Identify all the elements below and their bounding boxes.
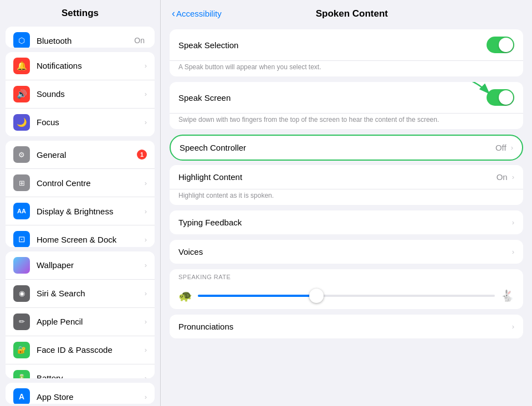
speaking-rate-slider[interactable] — [198, 295, 495, 297]
sidebar-item-focus[interactable]: 🌙 Focus › — [6, 109, 155, 137]
chevron-icon: › — [145, 179, 147, 187]
focus-label: Focus — [37, 117, 142, 127]
highlight-content-label: Highlight Content — [178, 172, 497, 182]
slider-fill — [198, 295, 316, 297]
face-id-label: Face ID & Passcode — [37, 345, 142, 354]
speak-screen-label: Speak Screen — [178, 93, 487, 102]
chevron-icon: › — [145, 393, 147, 401]
speak-selection-toggle[interactable] — [487, 37, 514, 53]
sidebar-item-bluetooth[interactable]: ⬡ Bluetooth On — [6, 27, 155, 48]
sidebar: Settings ⬡ Bluetooth On 🔔 Notifications … — [0, 0, 161, 406]
display-icon: AA — [13, 203, 30, 219]
page-title: Spoken Content — [222, 8, 482, 19]
notifications-icon: 🔔 — [13, 58, 30, 74]
sidebar-item-notifications[interactable]: 🔔 Notifications › — [6, 52, 155, 80]
pronunciations-row[interactable]: Pronunciations › — [170, 315, 523, 338]
main-panel: ‹ Accessibility Spoken Content Speak Sel… — [161, 0, 532, 406]
speech-controller-card: Speech Controller Off › — [170, 135, 523, 161]
home-screen-icon: ⊡ — [13, 231, 30, 246]
voices-label: Voices — [178, 247, 510, 256]
focus-icon: 🌙 — [13, 114, 30, 131]
speak-screen-card: Speak Screen Swipe down with two fingers… — [170, 82, 523, 129]
sidebar-section-1: 🔔 Notifications › 🔊 Sounds › 🌙 Focus › ⏱… — [6, 52, 155, 137]
display-label: Display & Brightness — [37, 207, 142, 216]
typing-feedback-card: Typing Feedback › — [170, 210, 523, 234]
battery-icon: 🔋 — [13, 370, 30, 379]
sidebar-item-face-id[interactable]: 🔐 Face ID & Passcode › — [6, 336, 155, 364]
toggle-knob — [499, 90, 513, 105]
back-button[interactable]: ‹ Accessibility — [172, 8, 222, 19]
apple-pencil-icon: ✏ — [13, 314, 30, 330]
siri-label: Siri & Search — [37, 289, 142, 298]
battery-label: Battery — [37, 373, 142, 378]
speaking-rate-slider-row: 🐢 🐇 — [170, 282, 523, 309]
speech-controller-value: Off — [495, 143, 507, 152]
sidebar-section-3: Wallpaper › ◉ Siri & Search › ✏ Apple Pe… — [6, 251, 155, 379]
chevron-icon: › — [145, 317, 147, 326]
chevron-icon: › — [512, 218, 514, 227]
sidebar-item-display[interactable]: AA Display & Brightness › — [6, 197, 155, 225]
slow-rate-icon: 🐢 — [178, 289, 192, 302]
sidebar-item-home-screen[interactable]: ⊡ Home Screen & Dock › — [6, 225, 155, 246]
highlight-content-card: Highlight Content On › Highlight content… — [170, 165, 523, 205]
chevron-icon: › — [145, 90, 147, 98]
sidebar-section-2: ⚙ General 1 ⊞ Control Centre › AA Displa… — [6, 141, 155, 246]
sidebar-section-bluetooth: ⬡ Bluetooth On — [6, 27, 155, 48]
notifications-label: Notifications — [37, 61, 142, 70]
speech-controller-row[interactable]: Speech Controller Off › — [171, 136, 522, 160]
back-label: Accessibility — [176, 9, 222, 18]
sidebar-item-app-store[interactable]: A App Store › — [6, 383, 155, 404]
highlight-content-row[interactable]: Highlight Content On › — [170, 165, 523, 189]
siri-icon: ◉ — [13, 285, 30, 302]
speak-screen-desc: Swipe down with two fingers from the top… — [170, 114, 523, 129]
main-header: ‹ Accessibility Spoken Content — [161, 0, 532, 25]
sidebar-item-apple-pencil[interactable]: ✏ Apple Pencil › — [6, 308, 155, 336]
chevron-icon: › — [145, 374, 147, 378]
chevron-icon: › — [145, 261, 147, 269]
typing-feedback-label: Typing Feedback — [178, 218, 510, 227]
general-label: General — [37, 150, 137, 160]
speak-screen-toggle[interactable] — [487, 89, 514, 106]
chevron-icon: › — [145, 346, 147, 354]
speak-screen-row: Speak Screen — [170, 82, 523, 114]
voices-card: Voices › — [170, 240, 523, 264]
sidebar-item-control-centre[interactable]: ⊞ Control Centre › — [6, 169, 155, 197]
speak-selection-row: Speak Selection — [170, 29, 523, 61]
sidebar-section-4: A App Store › — [6, 383, 155, 404]
pronunciations-card: Pronunciations › — [170, 315, 523, 338]
general-icon: ⚙ — [13, 146, 30, 163]
chevron-icon: › — [512, 248, 514, 256]
speech-controller-label: Speech Controller — [180, 143, 495, 152]
speak-selection-label: Speak Selection — [178, 40, 487, 50]
speaking-rate-label: SPEAKING RATE — [170, 269, 523, 282]
bluetooth-icon: ⬡ — [13, 32, 30, 48]
sidebar-item-general[interactable]: ⚙ General 1 — [6, 141, 155, 169]
chevron-icon: › — [512, 322, 514, 331]
wallpaper-label: Wallpaper — [37, 260, 142, 270]
app-store-label: App Store — [37, 392, 142, 402]
sidebar-item-siri[interactable]: ◉ Siri & Search › — [6, 280, 155, 308]
content-area: Speak Selection A Speak button will appe… — [161, 25, 532, 406]
sidebar-item-sounds[interactable]: 🔊 Sounds › — [6, 80, 155, 109]
voices-row[interactable]: Voices › — [170, 240, 523, 264]
app-store-icon: A — [13, 388, 30, 404]
back-chevron-icon: ‹ — [172, 8, 175, 19]
control-centre-label: Control Centre — [37, 178, 142, 188]
bluetooth-label: Bluetooth — [37, 36, 134, 45]
speak-selection-card: Speak Selection A Speak button will appe… — [170, 29, 523, 76]
chevron-icon: › — [145, 289, 147, 297]
control-centre-icon: ⊞ — [13, 174, 30, 191]
chevron-icon: › — [511, 143, 513, 152]
chevron-icon: › — [512, 173, 514, 181]
typing-feedback-row[interactable]: Typing Feedback › — [170, 210, 523, 234]
sidebar-item-wallpaper[interactable]: Wallpaper › — [6, 251, 155, 280]
slider-thumb[interactable] — [309, 289, 324, 303]
sidebar-title: Settings — [0, 0, 160, 24]
apple-pencil-label: Apple Pencil — [37, 317, 142, 326]
sidebar-item-battery[interactable]: 🔋 Battery › — [6, 364, 155, 379]
highlight-content-value: On — [497, 172, 508, 182]
general-badge: 1 — [137, 150, 147, 160]
fast-rate-icon: 🐇 — [500, 289, 514, 302]
chevron-icon: › — [145, 207, 147, 215]
highlight-content-desc: Highlight content as it is spoken. — [170, 189, 523, 205]
